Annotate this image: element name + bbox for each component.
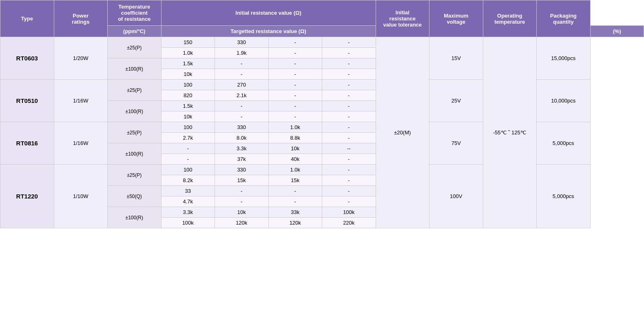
table-row: RT12201/10W±25(P)1003301.0k-100V5,000pcs — [0, 165, 644, 175]
table-body: RT06031/20W±25(P)150330--±20(M)15V-55℃ ˜… — [0, 37, 644, 228]
table-row: RT08161/16W±25(P)1003301.0k-75V5,000pcs — [0, 122, 644, 133]
table-row: RT06031/20W±25(P)150330--±20(M)15V-55℃ ˜… — [0, 37, 644, 48]
table-row: RT05101/16W±25(P)100270--25V10,000pcs — [0, 80, 644, 90]
main-table-wrapper: TypePowerratingsTemperaturecoefficientof… — [0, 0, 644, 228]
specifications-table: TypePowerratingsTemperaturecoefficientof… — [0, 0, 644, 228]
